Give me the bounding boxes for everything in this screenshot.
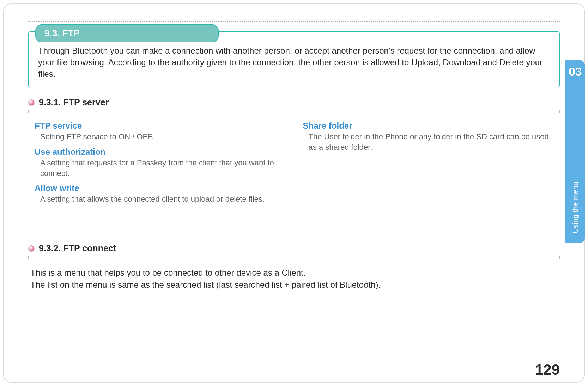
item-ftp-service: FTP service Setting FTP service to ON / … <box>35 121 289 142</box>
side-tab-number: 03 <box>569 65 582 79</box>
page-number: 129 <box>535 361 560 378</box>
side-tab-label: Using the menu <box>571 182 580 233</box>
rule-wrap <box>28 110 560 113</box>
bullet-icon <box>28 245 35 252</box>
right-column: Share folder The User folder in the Phon… <box>303 121 557 209</box>
section-heading-row: 9.3.2. FTP connect <box>28 243 560 253</box>
bullet-icon <box>28 99 35 106</box>
callout-tab: 9.3. FTP <box>35 24 219 42</box>
body-line: The list on the menu is same as the sear… <box>30 279 560 291</box>
two-column-layout: FTP service Setting FTP service to ON / … <box>28 120 560 209</box>
callout-body: Through Bluetooth you can make a connect… <box>38 43 550 80</box>
side-tab: 03 Using the menu <box>565 60 585 243</box>
item-desc: A setting that allows the connected clie… <box>35 193 289 204</box>
item-desc: Setting FTP service to ON / OFF. <box>35 131 289 142</box>
item-desc: The User folder in the Phone or any fold… <box>303 131 557 152</box>
dotted-divider <box>28 21 560 22</box>
rule-tick-right <box>559 256 560 259</box>
section-1-heading: 9.3.1. FTP server <box>39 97 109 108</box>
rule-tick-left <box>28 256 29 259</box>
section-2-heading: 9.3.2. FTP connect <box>39 243 116 253</box>
thin-rule <box>28 257 560 257</box>
item-allow-write: Allow write A setting that allows the co… <box>35 183 289 204</box>
body-line: This is a menu that helps you to be conn… <box>30 267 560 279</box>
callout-box: 9.3. FTP Through Bluetooth you can make … <box>28 31 560 87</box>
page-frame: 9.3. FTP Through Bluetooth you can make … <box>3 3 585 383</box>
section-2-body: This is a menu that helps you to be conn… <box>28 265 560 290</box>
thin-rule <box>28 111 560 111</box>
rule-wrap <box>28 256 560 259</box>
item-title: Share folder <box>303 121 557 131</box>
left-column: FTP service Setting FTP service to ON / … <box>35 121 289 209</box>
item-use-authorization: Use authorization A setting that request… <box>35 147 289 178</box>
item-share-folder: Share folder The User folder in the Phon… <box>303 121 557 152</box>
item-title: Use authorization <box>35 147 289 157</box>
section-gap <box>28 209 560 241</box>
item-desc: A setting that requests for a Passkey fr… <box>35 157 289 178</box>
rule-tick-right <box>559 110 560 113</box>
item-title: Allow write <box>35 183 289 193</box>
item-title: FTP service <box>35 121 289 131</box>
section-heading-row: 9.3.1. FTP server <box>28 97 560 108</box>
rule-tick-left <box>28 110 29 113</box>
